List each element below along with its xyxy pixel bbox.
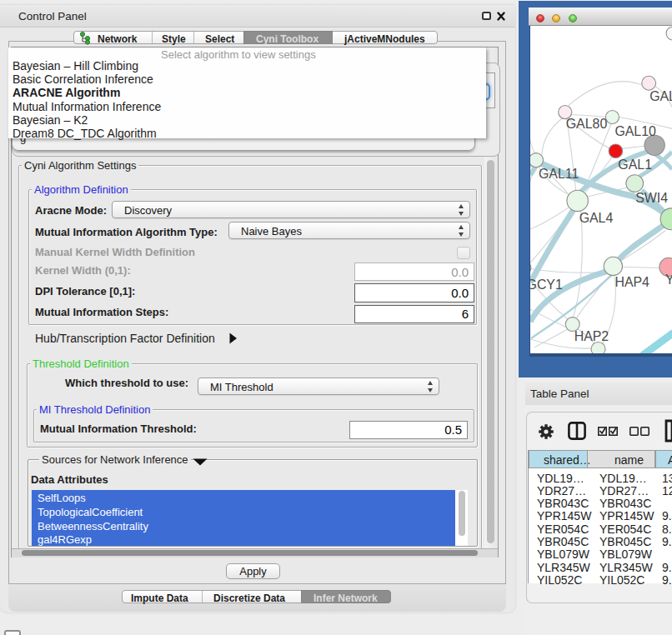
svg-text:Y: Y <box>665 272 672 287</box>
svg-text:HAP2: HAP2 <box>574 329 609 343</box>
svg-text:SWI4: SWI4 <box>635 191 668 205</box>
svg-text:HAP4: HAP4 <box>614 275 649 289</box>
svg-text:GAL80: GAL80 <box>566 117 608 131</box>
svg-text:GAL10: GAL10 <box>614 124 656 138</box>
svg-text:GAL4: GAL4 <box>579 211 614 225</box>
svg-text:GAL1: GAL1 <box>618 158 652 172</box>
svg-text:GAL11: GAL11 <box>539 167 579 181</box>
svg-text:GAL7: GAL7 <box>649 89 672 103</box>
svg-text:GCY1: GCY1 <box>529 278 563 292</box>
